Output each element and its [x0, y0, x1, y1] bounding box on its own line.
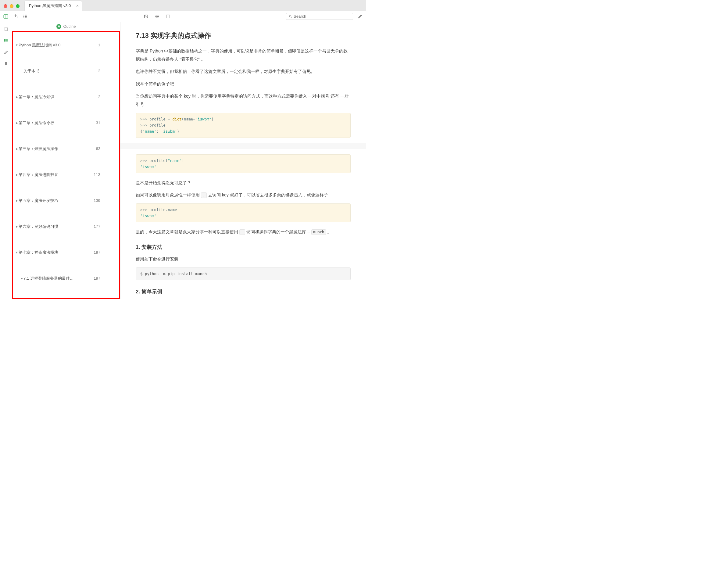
svg-point-2	[23, 15, 24, 16]
outline-page-number: 206	[78, 293, 115, 299]
svg-point-6	[25, 16, 26, 17]
svg-rect-0	[4, 15, 8, 18]
window-controls	[0, 4, 23, 11]
edit-icon[interactable]	[357, 14, 363, 19]
outline-label: 第三章：炫技魔法操作	[19, 146, 79, 152]
svg-point-5	[23, 16, 24, 17]
outline-row[interactable]: ▶第二章：魔法命令行31	[13, 110, 119, 136]
section-heading: 1. 安装方法	[136, 244, 351, 251]
svg-point-12	[155, 15, 158, 18]
svg-point-13	[157, 16, 157, 17]
outline-row[interactable]: ▶第五章：魔法开发技巧139	[13, 188, 119, 213]
outline-row[interactable]: ▶第四章：魔法进阶扫盲113	[13, 162, 119, 188]
outline-label: 第六章：良好编码习惯	[19, 224, 77, 229]
outline-page-number: 2	[83, 85, 115, 108]
document-icon[interactable]	[3, 26, 9, 32]
disclosure-arrow-icon[interactable]: ▶	[15, 96, 19, 99]
outline-page-number: 63	[81, 137, 115, 160]
disclosure-arrow-icon[interactable]: ▶	[15, 121, 19, 124]
outline-label: Python 黑魔法指南 v3.0	[19, 42, 81, 48]
outline-panel: A Outline ▼Python 黑魔法指南 v3.01关于本书2▶第一章：魔…	[12, 22, 121, 299]
svg-point-23	[4, 41, 5, 42]
outline-row[interactable]: ▼Python 黑魔法指南 v3.01	[13, 32, 119, 58]
outline-row[interactable]: 关于本书2	[13, 58, 119, 84]
page-title: 7.13 实现字典的点式操作	[136, 31, 351, 40]
outline-title: Outline	[63, 24, 76, 29]
paragraph: 字典是 Python 中基础的数据结构之一，字典的使用，可以说是非常的简单粗暴，…	[136, 47, 351, 63]
outline-row[interactable]: ▶7.1 远程登陆服务器的最佳利器197	[13, 265, 119, 291]
paragraph: 是不是开始觉得忍无可忍了？	[136, 179, 351, 187]
svg-point-3	[25, 15, 26, 16]
outline-label: 关于本书	[23, 68, 81, 74]
svg-point-4	[26, 15, 27, 16]
gear-icon[interactable]	[154, 14, 160, 19]
outline-page-number: 113	[78, 163, 115, 186]
code-block: >>> profile["name"] 'iswbm'	[136, 154, 351, 173]
outline-row[interactable]: ▶7.2 代码 BUG 变得酷炫的利器206	[13, 291, 119, 299]
outline-page-number: 197	[78, 267, 115, 290]
outline-label: 第五章：魔法开发技巧	[19, 198, 77, 204]
svg-point-16	[289, 15, 291, 17]
disclosure-arrow-icon[interactable]: ▶	[15, 147, 19, 150]
outline-label: 第一章：魔法冷知识	[19, 94, 81, 100]
inline-code: .	[239, 229, 245, 235]
browser-tab[interactable]: Python 黑魔法指南 v3.0 ×	[24, 0, 82, 11]
svg-point-9	[25, 17, 26, 18]
share-icon[interactable]	[13, 14, 18, 19]
outline-page-number: 139	[78, 189, 115, 212]
outline-list[interactable]: ▼Python 黑魔法指南 v3.01关于本书2▶第一章：魔法冷知识2▶第二章：…	[12, 31, 120, 299]
disclosure-arrow-icon[interactable]: ▶	[15, 225, 19, 228]
search-icon	[289, 15, 292, 18]
outline-row[interactable]: ▶第六章：良好编码习惯177	[13, 213, 119, 239]
outline-row[interactable]: ▶第三章：炫技魔法操作63	[13, 136, 119, 162]
toolbar	[0, 11, 366, 22]
outline-label: 第二章：魔法命令行	[19, 120, 79, 126]
outline-page-number: 177	[78, 215, 115, 238]
content-viewer[interactable]: 7.13 实现字典的点式操作 字典是 Python 中基础的数据结构之一，字典的…	[121, 22, 366, 299]
annotate-icon[interactable]	[3, 49, 9, 55]
code-block: >>> profile = dict(name="iswbm") >>> pro…	[136, 113, 351, 138]
disclosure-arrow-icon[interactable]: ▼	[15, 44, 19, 47]
svg-point-7	[26, 16, 27, 17]
search-input[interactable]	[294, 14, 350, 19]
code-block: $ python -m pip install munch	[136, 268, 351, 280]
svg-point-10	[26, 17, 27, 18]
outline-row[interactable]: ▶第一章：魔法冷知识2	[13, 84, 119, 110]
svg-point-22	[4, 40, 5, 41]
outline-header: A Outline	[12, 22, 120, 31]
paragraph: 是的，今天这篇文章就是跟大家分享一种可以直接使用 . 访问和操作字典的一个黑魔法…	[136, 228, 351, 236]
outline-row[interactable]: ▼第七章：神奇魔法模块197	[13, 239, 119, 265]
appearance-icon[interactable]	[143, 14, 149, 19]
minimize-window-button[interactable]	[10, 4, 14, 8]
sidebar-toggle-icon[interactable]	[3, 14, 8, 19]
paragraph: 我举个简单的例子吧	[136, 80, 351, 88]
titlebar: Python 黑魔法指南 v3.0 ×	[0, 0, 366, 11]
close-window-button[interactable]	[4, 4, 7, 8]
disclosure-arrow-icon[interactable]: ▶	[20, 277, 23, 280]
close-tab-icon[interactable]: ×	[76, 3, 79, 8]
disclosure-arrow-icon[interactable]: ▼	[15, 251, 19, 254]
search-box[interactable]	[286, 13, 353, 20]
outline-label: 第七章：神奇魔法模块	[19, 250, 77, 255]
section-heading: 2. 简单示例	[136, 288, 351, 295]
disclosure-arrow-icon[interactable]: ▶	[15, 199, 19, 202]
grid-icon[interactable]	[23, 14, 28, 19]
outline-icon[interactable]	[3, 38, 9, 43]
tab-title: Python 黑魔法指南 v3.0	[29, 3, 71, 8]
paragraph: 也许你并不觉得，但我相信，你看了这篇文章后，一定会和我一样，对原生字典开始有了偏…	[136, 67, 351, 76]
outline-page-number: 31	[81, 111, 115, 134]
paragraph: 如果可以像调用对象属性一样使用 . 去访问 key 就好了，可以省去很多多余的键…	[136, 191, 351, 199]
code-block: >>> profile.name 'iswbm'	[136, 204, 351, 222]
document-page: 7.13 实现字典的点式操作 字典是 Python 中基础的数据结构之一，字典的…	[121, 22, 366, 299]
disclosure-arrow-icon[interactable]: ▶	[15, 173, 19, 176]
page-gap	[121, 143, 366, 149]
outline-badge: A	[57, 24, 61, 29]
svg-point-21	[4, 39, 5, 39]
main-area: A Outline ▼Python 黑魔法指南 v3.01关于本书2▶第一章：魔…	[0, 22, 366, 299]
paragraph: 使用如下命令进行安装	[136, 255, 351, 263]
outline-page-number: 2	[83, 60, 115, 82]
inline-code: munch	[311, 229, 326, 235]
two-page-icon[interactable]	[165, 14, 171, 19]
zoom-window-button[interactable]	[16, 4, 20, 8]
bookmark-icon[interactable]	[3, 61, 9, 66]
